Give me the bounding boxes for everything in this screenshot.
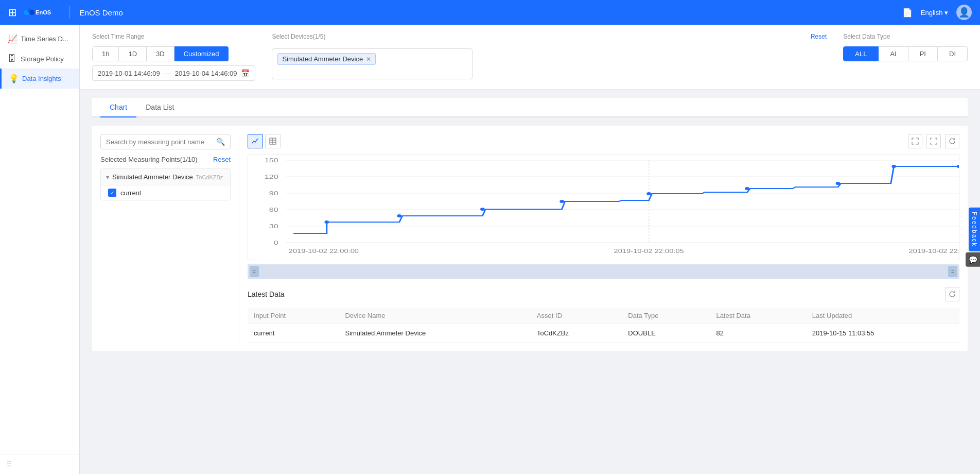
data-insights-icon: 💡	[9, 74, 18, 83]
filter-bar: Select Time Range 1h 1D 3D Customized 20…	[80, 25, 980, 90]
search-input[interactable]	[106, 138, 212, 146]
svg-point-25	[397, 214, 401, 217]
devices-label: Select Devices(1/5)	[272, 33, 325, 40]
sidebar-item-label-time-series: Time Series D...	[21, 35, 68, 43]
search-box[interactable]: 🔍	[100, 134, 231, 149]
cell-latest-data: 82	[710, 324, 806, 343]
sidebar-item-label-insights: Data Insights	[22, 75, 61, 82]
device-reset-btn[interactable]: Reset	[811, 33, 827, 40]
chart-restore-btn[interactable]	[926, 134, 941, 148]
device-group-header: ▾ Simulated Ammeter Device ToCdKZBz	[101, 169, 230, 185]
point-checkbox-current[interactable]: ✓	[108, 189, 116, 197]
data-type-buttons: ALL AI PI DI	[843, 46, 968, 61]
doc-icon[interactable]: 📄	[902, 8, 913, 18]
col-latest-data: Latest Data	[710, 308, 806, 324]
sidebar-item-label-storage: Storage Policy	[21, 55, 64, 63]
feedback-btn[interactable]: Feedback	[969, 208, 980, 251]
time-btn-customized[interactable]: Customized	[174, 46, 229, 61]
scrollbar-left-handle[interactable]: =	[250, 266, 259, 277]
data-type-label: Select Data Type	[843, 33, 968, 40]
svg-point-2	[29, 10, 34, 15]
refresh-latest-icon	[949, 291, 956, 298]
measuring-title: Selected Measuring Points(1/10)	[100, 156, 198, 163]
time-btn-3d[interactable]: 3D	[147, 46, 174, 61]
chart-expand-btn[interactable]	[908, 134, 922, 148]
chart-type-table-btn[interactable]	[265, 134, 281, 148]
chart-type-buttons	[248, 134, 281, 148]
date-range-sep: —	[164, 70, 171, 77]
data-type-section: Select Data Type ALL AI PI DI	[843, 33, 968, 61]
svg-text:2019-10-02 22:00:09: 2019-10-02 22:00:09	[909, 248, 959, 254]
tabs-row: Chart Data List	[92, 98, 968, 117]
feedback-chat-icon-btn[interactable]: 💬	[966, 252, 980, 266]
enos-logo-svg: EnOS	[23, 6, 59, 19]
dtype-btn-di[interactable]: DI	[938, 46, 968, 61]
table-icon	[269, 137, 277, 145]
measuring-reset-btn[interactable]: Reset	[213, 156, 231, 163]
col-asset-id: Asset ID	[531, 308, 622, 324]
language-selector[interactable]: English ▾	[921, 9, 948, 16]
device-header: Select Devices(1/5) Reset	[272, 33, 827, 40]
dtype-btn-pi[interactable]: PI	[908, 46, 938, 61]
time-series-icon: 📈	[7, 34, 16, 44]
table-header: Input Point Device Name Asset ID Data Ty…	[248, 308, 959, 324]
chart-panel: 🔍 Selected Measuring Points(1/10) Reset …	[92, 126, 968, 351]
expand-icon	[912, 138, 919, 145]
dtype-btn-all[interactable]: ALL	[843, 46, 879, 61]
sidebar-item-storage-policy[interactable]: 🗄 Storage Policy	[0, 49, 79, 69]
chart-toolbar	[248, 134, 959, 148]
date-start: 2019-10-01 14:46:09	[98, 70, 160, 77]
svg-text:2019-10-02 22:00:05: 2019-10-02 22:00:05	[614, 248, 684, 254]
cell-device-name: Simulated Ammeter Device	[339, 324, 530, 343]
topbar: ⊞ EnOS EnOS Demo 📄 English ▾ 👤	[0, 0, 980, 25]
measuring-panel: 🔍 Selected Measuring Points(1/10) Reset …	[100, 134, 239, 343]
tab-chart[interactable]: Chart	[100, 98, 136, 117]
time-range-label: Select Time Range	[92, 33, 255, 40]
grid-icon[interactable]: ⊞	[8, 6, 17, 19]
dtype-btn-ai[interactable]: AI	[879, 46, 908, 61]
device-tag-label: Simulated Ammeter Device	[282, 55, 363, 63]
latest-data-table: Input Point Device Name Asset ID Data Ty…	[248, 308, 959, 343]
cell-input-point: current	[248, 324, 339, 343]
col-data-type: Data Type	[622, 308, 710, 324]
device-group-name: Simulated Ammeter Device	[112, 173, 193, 181]
svg-text:EnOS: EnOS	[36, 9, 51, 15]
svg-text:150: 150	[265, 157, 278, 164]
topbar-right: 📄 English ▾ 👤	[902, 5, 972, 20]
chart-scrollbar[interactable]: = =	[248, 264, 959, 279]
user-avatar[interactable]: 👤	[956, 5, 972, 20]
table-body: current Simulated Ammeter Device ToCdKZB…	[248, 324, 959, 343]
date-range-picker[interactable]: 2019-10-01 14:46:09 — 2019-10-04 14:46:0…	[92, 65, 255, 81]
svg-text:60: 60	[269, 207, 278, 213]
content-area: Select Time Range 1h 1D 3D Customized 20…	[80, 25, 980, 474]
sidebar-item-time-series[interactable]: 📈 Time Series D...	[0, 29, 79, 49]
col-input-point: Input Point	[248, 308, 339, 324]
line-chart-icon	[251, 137, 259, 145]
sidebar-collapse-btn[interactable]: ☰	[0, 454, 79, 474]
chart-svg: 0 30 60 90 120 150 2019-10-02 22:00:00 2…	[248, 155, 959, 258]
svg-point-27	[559, 200, 564, 203]
measuring-point-item-current: ✓ current	[101, 185, 230, 200]
latest-data-title: Latest Data	[248, 290, 285, 298]
col-device-name: Device Name	[339, 308, 530, 324]
svg-text:30: 30	[269, 223, 278, 230]
time-btn-1d[interactable]: 1D	[119, 46, 147, 61]
chart-type-line-btn[interactable]	[248, 134, 263, 148]
time-btn-1h[interactable]: 1h	[92, 46, 119, 61]
time-range-section: Select Time Range 1h 1D 3D Customized 20…	[92, 33, 255, 81]
topbar-logo: EnOS	[23, 6, 59, 19]
tab-data-list[interactable]: Data List	[136, 98, 183, 117]
sidebar-item-data-insights[interactable]: 💡 Data Insights	[0, 69, 79, 89]
latest-data-refresh-btn[interactable]	[945, 287, 959, 301]
chart-refresh-btn[interactable]	[945, 134, 959, 148]
storage-policy-icon: 🗄	[7, 54, 16, 63]
chevron-down-icon: ▾	[106, 174, 109, 181]
topbar-app-name: EnOS Demo	[80, 8, 123, 17]
col-last-updated: Last Updated	[806, 308, 959, 324]
tag-close-icon[interactable]: ✕	[366, 56, 371, 63]
scrollbar-right-handle[interactable]: =	[948, 266, 957, 277]
svg-point-32	[957, 165, 959, 168]
svg-text:2019-10-02 22:00:00: 2019-10-02 22:00:00	[289, 248, 359, 254]
svg-point-28	[646, 192, 651, 195]
feedback-wrapper: Feedback 💬	[966, 208, 980, 267]
